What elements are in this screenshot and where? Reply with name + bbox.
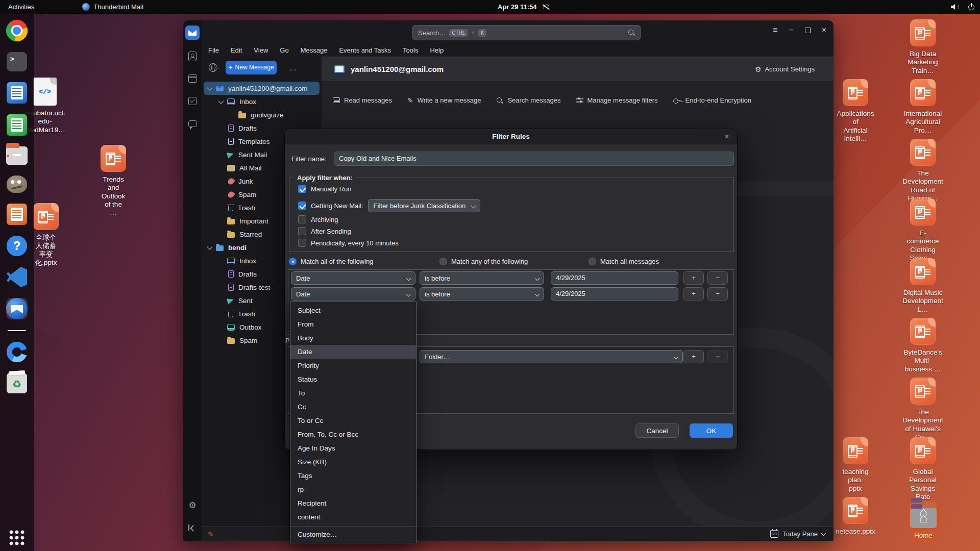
minimize-button[interactable]: − — [789, 26, 793, 35]
condition-value-input[interactable]: 4/29/2025 — [551, 287, 678, 300]
menu-bar-item[interactable]: View — [254, 46, 268, 54]
match-all-messages-radio[interactable]: Match all messages — [589, 258, 659, 265]
dock-item-chrome[interactable] — [6, 20, 28, 41]
folder-pane-options-button[interactable]: … — [289, 63, 297, 72]
folder-guolvguize[interactable]: guolvguize — [204, 108, 320, 121]
dropdown-menu-item[interactable]: Date — [290, 345, 416, 359]
mail-space-tab[interactable] — [185, 26, 200, 40]
chevron-down-icon[interactable] — [207, 244, 212, 249]
dock-item-vscode[interactable] — [7, 267, 27, 287]
dropdown-menu-item[interactable]: content — [290, 510, 416, 524]
collapse-spaces-button[interactable] — [185, 520, 200, 535]
dropdown-menu-item[interactable]: Status — [290, 372, 416, 386]
dock-item-files[interactable] — [6, 146, 28, 165]
menu-bar-item[interactable]: Help — [430, 46, 444, 54]
folder-inbox[interactable]: Inbox — [204, 95, 320, 108]
dropdown-menu-item[interactable]: To or Cc — [290, 414, 416, 428]
manage-message-filters-button[interactable]: Manage message filters — [576, 96, 658, 104]
today-pane-toggle[interactable]: 29 Today Pane — [770, 530, 825, 538]
settings-button[interactable]: ⚙ — [185, 498, 200, 512]
dialog-close-button[interactable]: × — [723, 133, 731, 141]
chat-tab[interactable] — [185, 116, 200, 131]
desktop-icon-bytedance-multibusiness[interactable]: ByteDance's Multi-business … — [910, 318, 936, 343]
menu-bar-item[interactable]: Tools — [403, 46, 418, 54]
desktop-icon-development-huawei-co[interactable]: The Development of Huawei's Co… — [910, 378, 936, 403]
chevron-down-icon[interactable] — [207, 85, 212, 90]
search-messages-button[interactable]: Search messages — [496, 96, 560, 104]
remove-action-button[interactable]: − — [707, 350, 728, 363]
desktop-icon-savings-cn[interactable]: 全球个人储蓄率变 化.pptx — [33, 203, 59, 229]
dropdown-menu-item[interactable]: From, To, Cc or Bcc — [290, 428, 416, 441]
dropdown-menu-item[interactable]: Subject — [290, 304, 416, 317]
close-button[interactable]: × — [822, 26, 826, 35]
ok-button[interactable]: OK — [690, 423, 733, 438]
activities-button[interactable]: Activities — [0, 3, 42, 11]
read-messages-button[interactable]: Read messages — [333, 96, 392, 104]
account-settings-button[interactable]: ⚙ Account Settings — [755, 65, 815, 73]
remove-condition-button[interactable]: − — [707, 287, 728, 300]
dropdown-menu-item[interactable]: Customize… — [290, 526, 416, 541]
dropdown-menu-item[interactable]: Size (KB) — [290, 455, 416, 469]
dock-separator[interactable] — [8, 330, 26, 331]
desktop-icon-digital-music[interactable]: Digital Music Development L… — [910, 258, 936, 284]
desktop-icon-development-road-huawei[interactable]: The Development Road of Huawei… — [910, 139, 936, 164]
getting-new-mail-checkbox[interactable] — [298, 202, 306, 210]
clock-menu[interactable]: Apr 29 11:54 — [498, 3, 549, 11]
match-all-of-following-radio[interactable]: Match all of the following — [289, 258, 439, 265]
focused-app-menu[interactable]: Thunderbird Mail — [82, 3, 143, 11]
desktop-icon-applications-ai[interactable]: Applications of Artificial Intelli… — [843, 79, 868, 105]
menu-bar-item[interactable]: Message — [301, 46, 328, 54]
desktop-icon-international-agricultural[interactable]: International Agricultural Pro… — [910, 79, 936, 105]
dock-item-libreoffice-calc[interactable] — [7, 114, 27, 136]
after-sending-checkbox[interactable] — [298, 227, 306, 235]
dropdown-menu-item[interactable]: From — [290, 317, 416, 331]
dock-item-terminal[interactable] — [7, 52, 27, 71]
address-book-tab[interactable] — [185, 49, 200, 63]
junk-classification-select[interactable]: Filter before Junk Classification — [368, 199, 481, 212]
dropdown-menu-item[interactable]: Cc — [290, 400, 416, 414]
add-condition-button[interactable]: + — [683, 287, 704, 300]
end-to-end-encryption-button[interactable]: End-to-end Encryption — [673, 96, 751, 104]
desktop-icon-global-savings-rate[interactable]: Global Personal Savings Rate Ch… — [910, 437, 936, 463]
dropdown-menu-item[interactable]: To — [290, 386, 416, 400]
periodically-checkbox[interactable] — [298, 239, 306, 247]
condition-operator-select[interactable]: is before — [420, 287, 544, 300]
show-applications-icon[interactable] — [9, 530, 25, 546]
menu-bar-item[interactable]: File — [208, 46, 219, 54]
dock-item-thunderbird[interactable] — [6, 298, 28, 319]
dropdown-menu-item[interactable]: rp — [290, 483, 416, 496]
manually-run-checkbox[interactable] — [298, 185, 306, 193]
condition-attribute-select[interactable]: Date — [291, 287, 415, 300]
desktop-icon-big-data-marketing[interactable]: Big Data Marketing Train… — [910, 19, 936, 45]
dropdown-menu-item[interactable]: Recipient — [290, 496, 416, 510]
desktop-icon-netease[interactable]: netease.pptx — [843, 497, 868, 522]
desktop-icon-ecommerce-clothing[interactable]: E-commerce Clothing Sales … — [910, 198, 936, 224]
menu-bar-item[interactable]: Events and Tasks — [339, 46, 391, 54]
menu-bar-item[interactable]: Edit — [231, 46, 242, 54]
remove-condition-button[interactable]: − — [707, 271, 728, 285]
dropdown-menu-item[interactable]: Body — [290, 331, 416, 345]
globe-icon[interactable] — [209, 63, 217, 72]
dock-item-libreoffice-writer[interactable] — [7, 82, 27, 104]
write-new-message-button[interactable]: ✎ Write a new message — [407, 96, 481, 104]
desktop-icon-incubator-html[interactable]: incubator.ucf. edu-WedMar19… — [33, 78, 57, 105]
dropdown-menu-item[interactable]: Tags — [290, 469, 416, 483]
tasks-tab[interactable] — [185, 94, 200, 108]
dropdown-menu-item[interactable]: Age In Days — [290, 441, 416, 455]
maximize-button[interactable] — [805, 28, 811, 33]
archiving-checkbox[interactable] — [298, 215, 306, 223]
condition-attribute-select[interactable]: Date — [291, 271, 415, 285]
folder-account-yanlin[interactable]: yanlin451200@gmail.com — [204, 82, 320, 95]
new-message-button[interactable]: + New Message — [226, 61, 277, 74]
dock-item-help[interactable] — [7, 236, 27, 256]
desktop-icon-trends-outlook[interactable]: Trends and Outlook of the … — [101, 145, 126, 170]
app-menu-button[interactable]: ≡ — [773, 26, 777, 35]
condition-value-input[interactable]: 4/29/2025 — [551, 271, 678, 285]
dock-item-libreoffice-impress[interactable] — [7, 204, 27, 225]
add-action-button[interactable]: + — [683, 350, 704, 363]
action-folder-select[interactable]: Folder… — [420, 350, 683, 363]
calendar-tab[interactable] — [185, 71, 200, 86]
desktop-icon-home-folder[interactable]: Home — [910, 502, 937, 522]
cancel-button[interactable]: Cancel — [635, 423, 679, 438]
match-any-of-following-radio[interactable]: Match any of the following — [439, 258, 589, 265]
